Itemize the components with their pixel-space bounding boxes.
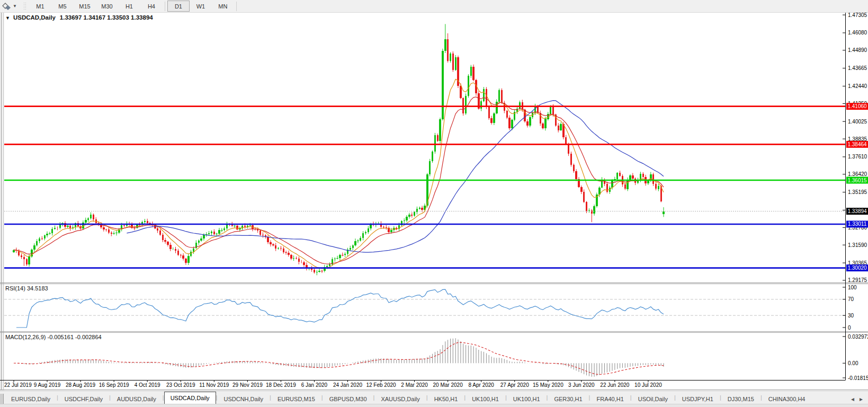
- svg-text:23 Oct 2019: 23 Oct 2019: [166, 382, 195, 388]
- svg-text:1.35195: 1.35195: [848, 189, 867, 195]
- chart-tab-audusd-daily[interactable]: AUDUSD,Daily: [111, 393, 163, 404]
- svg-text:1.33894: 1.33894: [847, 208, 867, 214]
- timeframe-button-h1[interactable]: H1: [118, 1, 140, 12]
- toolbar: ▼ M1M5M15M30H1H4D1W1MN: [0, 0, 868, 13]
- toolbar-separator: [236, 2, 237, 11]
- collapse-chart-icon[interactable]: ▼: [5, 15, 10, 21]
- svg-text:10 Jul 2020: 10 Jul 2020: [634, 382, 662, 388]
- current-price-tag: 1.33894: [846, 208, 868, 215]
- svg-text:0.032972: 0.032972: [848, 334, 868, 340]
- svg-text:18 Dec 2019: 18 Dec 2019: [266, 382, 296, 388]
- tab-scroll-left-icon[interactable]: ◂: [851, 395, 854, 403]
- chart-tab-usdjpy-h1[interactable]: USDJPY,H1: [676, 393, 720, 404]
- chart-tab-xauusd-daily[interactable]: XAUUSD,Daily: [374, 393, 426, 404]
- timeframe-button-m5[interactable]: M5: [51, 1, 74, 12]
- svg-text:70: 70: [848, 296, 854, 302]
- price-tag-1.30020: 1.30020: [846, 264, 868, 271]
- svg-text:1.46080: 1.46080: [848, 30, 867, 36]
- svg-text:4 Oct 2019: 4 Oct 2019: [135, 382, 160, 388]
- svg-text:1.31590: 1.31590: [848, 242, 867, 248]
- tab-scroll-right-icon[interactable]: ▸: [860, 395, 863, 403]
- svg-text:27 Apr 2020: 27 Apr 2020: [500, 382, 529, 388]
- price-tag-1.33011: 1.33011: [846, 220, 868, 227]
- chart-tab-usdcad-daily[interactable]: USDCAD,Daily: [164, 392, 216, 404]
- svg-text:6 Jan 2020: 6 Jan 2020: [301, 382, 328, 388]
- toolbar-separator: [165, 2, 165, 11]
- price-tag-1.38464: 1.38464: [846, 141, 868, 148]
- svg-text:8 Apr 2020: 8 Apr 2020: [469, 382, 495, 388]
- svg-text:1.43665: 1.43665: [848, 65, 867, 71]
- chart-tools-icon[interactable]: ▼: [0, 1, 19, 12]
- svg-text:16 Sep 2019: 16 Sep 2019: [99, 382, 129, 388]
- timeframe-button-h4[interactable]: H4: [140, 1, 163, 12]
- price-tag-1.36015: 1.36015: [846, 177, 868, 184]
- chart-tab-usoil-daily[interactable]: USOil,Daily: [632, 393, 674, 404]
- svg-text:1.36420: 1.36420: [848, 171, 867, 177]
- svg-text:1.37610: 1.37610: [848, 154, 867, 160]
- chart-canvas[interactable]: 1.473051.460801.448901.436651.424401.412…: [0, 0, 868, 391]
- chart-background: [0, 12, 868, 391]
- svg-text:11 Nov 2019: 11 Nov 2019: [199, 382, 229, 388]
- svg-text:22 Jun 2020: 22 Jun 2020: [600, 382, 629, 388]
- svg-text:20 Mar 2020: 20 Mar 2020: [433, 382, 463, 388]
- chart-tab-usdcnh-daily[interactable]: USDCNH,Daily: [217, 393, 270, 404]
- svg-text:12 Feb 2020: 12 Feb 2020: [366, 382, 396, 388]
- chart-tab-usdchf-daily[interactable]: USDCHF,Daily: [58, 393, 109, 404]
- timeframe-button-d1[interactable]: D1: [167, 1, 190, 12]
- timeframe-group: M1M5M15M30H1H4D1W1MN: [29, 0, 239, 12]
- svg-text:0.00: 0.00: [848, 360, 858, 366]
- tab-scroll-nav: ◂▸: [851, 395, 868, 404]
- svg-text:28 Aug 2019: 28 Aug 2019: [66, 382, 96, 388]
- svg-text:1.40025: 1.40025: [848, 119, 867, 125]
- svg-text:1.30020: 1.30020: [847, 265, 867, 271]
- svg-text:1.41060: 1.41060: [847, 103, 867, 109]
- chart-tab-fra40-h1[interactable]: FRA40,H1: [590, 393, 630, 404]
- timeframe-button-mn[interactable]: MN: [212, 1, 234, 12]
- svg-text:3 Jun 2020: 3 Jun 2020: [568, 382, 595, 388]
- svg-text:29 Nov 2019: 29 Nov 2019: [232, 382, 263, 388]
- chart-tab-china300-h4[interactable]: CHINA300,H4: [762, 393, 812, 404]
- chart-tabs-bar: EURUSD,Daily|USDCHF,Daily|AUDUSD,Daily|U…: [0, 391, 868, 404]
- timeframe-button-m1[interactable]: M1: [29, 1, 51, 12]
- chart-tab-gbpusd-m30[interactable]: GBPUSD,M30: [323, 393, 373, 404]
- svg-text:1.44890: 1.44890: [848, 47, 867, 53]
- svg-text:30: 30: [848, 313, 854, 318]
- svg-text:1.42440: 1.42440: [848, 83, 867, 89]
- timeframe-button-m15[interactable]: M15: [74, 1, 96, 12]
- svg-text:1.29175: 1.29175: [848, 277, 867, 283]
- svg-text:0: 0: [848, 325, 851, 331]
- svg-text:24 Jan 2020: 24 Jan 2020: [333, 382, 362, 388]
- chevron-down-icon: ▼: [13, 4, 17, 8]
- svg-text:1.38464: 1.38464: [847, 141, 867, 147]
- tab-edge-sliver: [0, 394, 4, 404]
- status-bar: [0, 404, 868, 407]
- svg-text:15 May 2020: 15 May 2020: [533, 382, 563, 388]
- chart-tab-dj30-m15[interactable]: DJ30,M15: [721, 393, 760, 404]
- svg-text:1.33011: 1.33011: [848, 221, 867, 227]
- svg-text:100: 100: [848, 285, 857, 290]
- timeframe-button-m30[interactable]: M30: [96, 1, 118, 12]
- svg-text:1.47305: 1.47305: [848, 12, 867, 18]
- chart-tab-eurusd-m15[interactable]: EURUSD,M15: [271, 393, 321, 404]
- chart-tab-uk100-h1[interactable]: UK100,H1: [466, 393, 505, 404]
- svg-text:22 Jul 2019: 22 Jul 2019: [4, 382, 32, 388]
- timeframe-button-w1[interactable]: W1: [190, 1, 212, 12]
- svg-text:2 Mar 2020: 2 Mar 2020: [401, 382, 428, 388]
- diamond-tool-icon: [2, 2, 11, 11]
- svg-text:1.36015: 1.36015: [847, 178, 867, 183]
- svg-text:-0.01815: -0.01815: [848, 375, 868, 381]
- price-tag-1.41060: 1.41060: [846, 103, 868, 110]
- chart-tab-uk100-h1[interactable]: UK100,H1: [507, 393, 547, 404]
- svg-text:9 Aug 2019: 9 Aug 2019: [34, 382, 61, 388]
- chart-tab-ger30-h1[interactable]: GER30,H1: [548, 393, 588, 404]
- toolbar-grip[interactable]: [23, 2, 26, 11]
- chart-tab-eurusd-daily[interactable]: EURUSD,Daily: [5, 393, 57, 404]
- chart-tab-hk50-h1[interactable]: HK50,H1: [428, 393, 464, 404]
